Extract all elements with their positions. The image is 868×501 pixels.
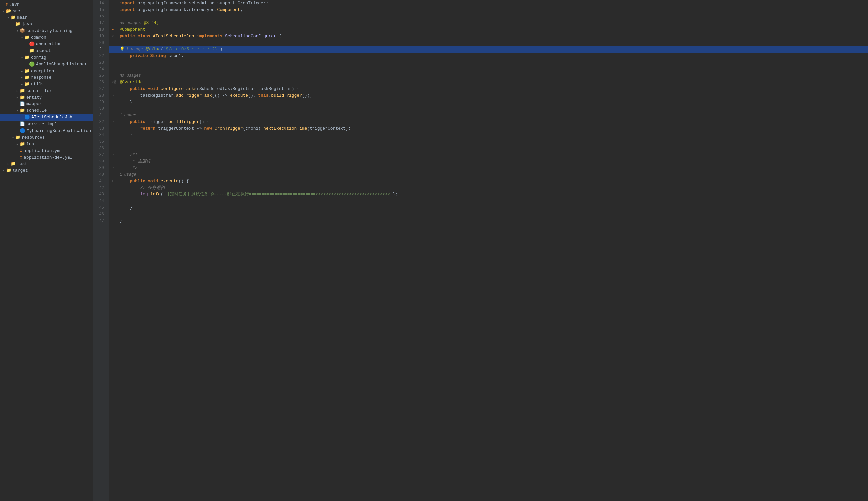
pkg-icon: 📦 (20, 28, 25, 33)
sidebar-item-application.yml[interactable]: ⚙ application.yml (0, 147, 93, 154)
sidebar-item-mapper[interactable]: 📄 mapper (0, 100, 93, 107)
sidebar-item-controller[interactable]: ▸ 📁 controller (0, 87, 93, 94)
sidebar-item-com.dzb.mylearning[interactable]: ▾ 📦 com.dzb.mylearning (0, 28, 93, 34)
code-line[interactable]: no usages (109, 73, 868, 79)
sidebar-item-application-dev.yml[interactable]: ⚙ application-dev.yml (0, 154, 93, 160)
expand-arrow[interactable]: ▾ (20, 55, 24, 60)
line-number: 42 (93, 184, 106, 191)
code-line[interactable]: import org.springframework.stereotype.Co… (109, 7, 868, 13)
expand-arrow[interactable]: ▸ (15, 89, 20, 93)
code-line[interactable]: ⚙@@Override (109, 79, 868, 86)
folder-icon: 📁 (20, 88, 25, 93)
code-line[interactable]: ○ taskRegistrar.addTriggerTask(() -> exe… (109, 92, 868, 99)
sidebar-item-target[interactable]: ▸ 📁 target (0, 167, 93, 174)
line-number: 39 (93, 165, 106, 171)
expand-arrow[interactable]: ▸ (6, 162, 11, 166)
sidebar-item-aspect[interactable]: 📁 aspect (0, 47, 93, 54)
code-line[interactable]: 💡1 usage@Value("${a.c:0/5 * * * * ?}") (109, 46, 868, 53)
expand-arrow[interactable]: ▸ (1, 168, 6, 173)
file-icon: 📄 (20, 101, 25, 106)
line-number: 32 (93, 119, 106, 125)
code-line[interactable]: return triggerContext -> new CronTrigger… (109, 125, 868, 132)
expand-arrow[interactable]: ▾ (15, 108, 20, 113)
sidebar-item-common[interactable]: ▾ 📁 common (0, 34, 93, 41)
code-line[interactable]: // 任务逻辑 (109, 184, 868, 191)
code-line[interactable]: public void configureTasks(ScheduledTask… (109, 86, 868, 92)
sidebar-item-schedule[interactable]: ▾ 📁 schedule (0, 107, 93, 114)
code-line[interactable] (109, 138, 868, 145)
code-line[interactable]: no usages@Slf4j (109, 20, 868, 26)
code-line[interactable] (109, 59, 868, 66)
folder-icon: 📁 (11, 15, 16, 20)
gutter-area: ⚙ (112, 33, 120, 40)
expand-arrow[interactable]: ▾ (20, 35, 24, 40)
expand-arrow[interactable]: ▾ (11, 22, 15, 26)
code-line[interactable]: private String cron1; (109, 53, 868, 59)
code-line[interactable]: } (109, 132, 868, 138)
expand-arrow[interactable]: ▾ (6, 15, 11, 20)
sidebar-item-MyLearningBootApplication[interactable]: 🔵 MyLearningBootApplication (0, 127, 93, 134)
sidebar-item-service.impl[interactable]: 📄 service.impl (0, 121, 93, 127)
line-number: 30 (93, 106, 106, 112)
expand-arrow[interactable]: ▾ (11, 136, 15, 140)
code-line[interactable]: ○ */ (109, 165, 868, 171)
code-line[interactable] (109, 198, 868, 204)
code-line[interactable]: ○ public void execute() { (109, 178, 868, 184)
line-number: 37 (93, 152, 106, 158)
annotation-icon: 🔴 (29, 41, 35, 47)
sidebar-item-annotation[interactable]: 🔴 annotation (0, 41, 93, 47)
sidebar-item-src[interactable]: ▾ 📂 src (0, 8, 93, 14)
code-line[interactable]: ○ public Trigger buildTrigger() { (109, 119, 868, 125)
circle-icon: ○ (112, 152, 113, 158)
sidebar-item-java[interactable]: ▾ 📁 java (0, 21, 93, 28)
expand-arrow[interactable]: ▾ (1, 9, 6, 13)
mvn-icon: M (6, 3, 8, 7)
code-content[interactable]: import org.springframework.scheduling.su… (109, 0, 868, 501)
folder-icon: 📂 (6, 8, 11, 13)
code-line[interactable]: ⚙public class ATestScheduleJob implement… (109, 33, 868, 40)
code-line[interactable] (109, 211, 868, 217)
expand-arrow[interactable]: ▸ (15, 142, 20, 146)
line-number: 16 (93, 13, 106, 20)
line-number: 19 (93, 33, 106, 40)
sidebar-item-label: com.dzb.mylearning (26, 28, 73, 33)
expand-arrow[interactable]: ▸ (15, 95, 20, 99)
code-line[interactable]: 1 usage (109, 171, 868, 178)
expand-arrow[interactable]: ▾ (15, 29, 20, 33)
sidebar-item-response[interactable]: ▸ 📁 response (0, 74, 93, 81)
sidebar-item-ATestScheduleJob[interactable]: 🔵 ATestScheduleJob (0, 114, 93, 121)
sidebar-item-config[interactable]: ▾ 📁 config (0, 54, 93, 61)
code-line[interactable] (109, 66, 868, 73)
sidebar-item-mvn[interactable]: M .mvn (0, 1, 93, 8)
line-numbers: 1415161718192021222324252627282930313233… (93, 0, 109, 501)
code-line[interactable]: } (109, 204, 868, 211)
code-line[interactable]: import org.springframework.scheduling.su… (109, 0, 868, 7)
sidebar-item-entity[interactable]: ▸ 📁 entity (0, 94, 93, 100)
folder-icon: 📁 (15, 135, 20, 140)
expand-arrow[interactable]: ▸ (20, 75, 24, 80)
sidebar-item-lua[interactable]: ▸ 📁 lua (0, 141, 93, 147)
sidebar-item-test[interactable]: ▸ 📁 test (0, 160, 93, 167)
file-tree[interactable]: M .mvn ▾ 📂 src ▾ 📁 main ▾ 📁 java ▾ 📦 com… (0, 0, 93, 501)
expand-arrow[interactable]: ▸ (20, 82, 24, 86)
code-line[interactable] (109, 40, 868, 46)
sidebar-item-exception[interactable]: ▸ 📁 exception (0, 67, 93, 74)
code-line[interactable]: 1 usage (109, 112, 868, 119)
code-line[interactable]: log.info("【定时任务】测试任务1@-----@1正在执行=======… (109, 191, 868, 198)
sidebar-item-main[interactable]: ▾ 📁 main (0, 14, 93, 21)
code-line[interactable] (109, 106, 868, 112)
code-line[interactable]: * 主逻辑 (109, 158, 868, 165)
sidebar-item-utils[interactable]: ▸ 📁 utils (0, 81, 93, 87)
code-line[interactable] (109, 13, 868, 20)
expand-arrow[interactable]: ▸ (20, 69, 24, 73)
code-line[interactable]: } (109, 217, 868, 224)
code-line[interactable]: } (109, 99, 868, 106)
code-line[interactable] (109, 145, 868, 152)
line-number: 47 (93, 217, 106, 224)
code-line[interactable]: ○ /** (109, 152, 868, 158)
usage-hint: no usages (120, 73, 141, 79)
lightbulb-icon[interactable]: 💡 (120, 46, 125, 53)
sidebar-item-ApolloChangeListener[interactable]: 🟢 ApolloChangeListener (0, 61, 93, 67)
code-line[interactable]: ●@Component (109, 26, 868, 33)
sidebar-item-resources[interactable]: ▾ 📁 resources (0, 134, 93, 141)
